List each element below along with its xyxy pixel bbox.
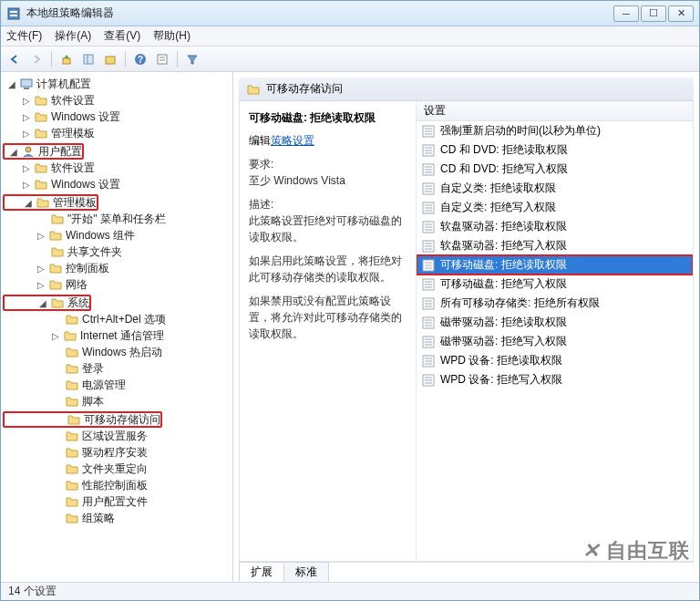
policy-row[interactable]: CD 和 DVD: 拒绝写入权限 — [417, 160, 693, 179]
tree-node-user-software[interactable]: ▷软件设置 — [3, 160, 232, 176]
detail-header: 可移动存储访问 — [239, 78, 694, 101]
tree-node-system-child[interactable]: 组策略 — [3, 510, 232, 526]
policy-row[interactable]: 软盘驱动器: 拒绝读取权限 — [417, 217, 693, 236]
tree-node-system[interactable]: ◢系统 — [3, 295, 91, 311]
collapse-icon[interactable]: ◢ — [37, 297, 48, 308]
policy-icon — [422, 221, 435, 233]
policy-icon — [422, 336, 435, 348]
folder-icon — [65, 361, 79, 376]
menu-help[interactable]: 帮助(H) — [153, 28, 190, 44]
description-p2: 如果禁用或没有配置此策略设置，将允许对此可移动存储类的读取权限。 — [249, 293, 407, 342]
tree-node-system-child[interactable]: ▷Internet 通信管理 — [3, 327, 232, 344]
policy-row[interactable]: CD 和 DVD: 拒绝读取权限 — [417, 140, 693, 160]
expand-icon[interactable]: ▷ — [36, 279, 46, 290]
folder-icon — [48, 277, 63, 292]
nav-back-button[interactable] — [5, 49, 25, 69]
settings-column-header[interactable]: 设置 — [417, 101, 693, 121]
svg-rect-4 — [84, 55, 93, 64]
tree-node-control-panel[interactable]: ▷控制面板 — [3, 260, 232, 276]
folder-icon — [34, 109, 48, 124]
tab-extended[interactable]: 扩展 — [239, 562, 284, 582]
tree-node-system-child[interactable]: 性能控制面板 — [3, 477, 232, 493]
tree-node-system-child[interactable]: Windows 热启动 — [3, 344, 232, 360]
expand-icon[interactable]: ▷ — [50, 330, 61, 341]
tree-node-system-child[interactable]: 登录 — [3, 360, 232, 377]
tree-node-computer-config[interactable]: ◢计算机配置 — [3, 76, 232, 92]
tree-node-system-child[interactable]: 电源管理 — [3, 377, 232, 393]
export-button[interactable] — [100, 49, 120, 69]
tree-node-start-menu[interactable]: "开始" 菜单和任务栏 — [3, 211, 232, 227]
policy-row[interactable]: 自定义类: 拒绝写入权限 — [417, 198, 693, 217]
policy-row[interactable]: 自定义类: 拒绝读取权限 — [417, 179, 693, 198]
show-hide-tree-button[interactable] — [78, 49, 98, 69]
minimize-button[interactable]: ─ — [613, 5, 639, 22]
tree-node-user-admin-templates[interactable]: ◢管理模板 — [3, 194, 98, 211]
tree-node-system-child[interactable]: 脚本 — [3, 393, 232, 409]
expand-icon[interactable]: ▷ — [21, 128, 32, 139]
policy-row[interactable]: 可移动磁盘: 拒绝读取权限 — [417, 255, 693, 275]
tree-node-system-child[interactable]: 文件夹重定向 — [3, 461, 232, 477]
policy-row[interactable]: 磁带驱动器: 拒绝读取权限 — [417, 313, 693, 332]
svg-rect-12 — [21, 79, 32, 87]
policy-row[interactable]: WPD 设备: 拒绝读取权限 — [417, 351, 693, 370]
policy-list[interactable]: 强制重新启动的时间(以秒为单位)CD 和 DVD: 拒绝读取权限CD 和 DVD… — [417, 121, 693, 389]
policy-settings-link[interactable]: 策略设置 — [271, 134, 314, 147]
policy-row[interactable]: 所有可移动存储类: 拒绝所有权限 — [417, 294, 693, 313]
policy-label: 可移动磁盘: 拒绝读取权限 — [440, 257, 567, 273]
policy-row[interactable]: WPD 设备: 拒绝写入权限 — [417, 370, 693, 389]
tree-node-system-child[interactable]: 可移动存储访问 — [3, 411, 162, 428]
tree-node-admin-templates[interactable]: ▷管理模板 — [3, 125, 232, 141]
svg-rect-2 — [10, 15, 17, 16]
tree-node-system-child[interactable]: Ctrl+Alt+Del 选项 — [3, 311, 232, 327]
close-button[interactable]: ✕ — [668, 5, 694, 22]
policy-icon — [422, 163, 435, 176]
nav-forward-button[interactable] — [26, 49, 46, 69]
tree-node-network[interactable]: ▷网络 — [3, 276, 232, 293]
statusbar: 14 个设置 — [1, 582, 699, 600]
policy-row[interactable]: 可移动磁盘: 拒绝写入权限 — [417, 275, 693, 294]
menu-view[interactable]: 查看(V) — [104, 28, 140, 44]
tree-node-shared-folders[interactable]: 共享文件夹 — [3, 244, 232, 260]
expand-icon[interactable]: ▷ — [36, 230, 46, 241]
properties-button[interactable] — [152, 49, 172, 69]
menu-file[interactable]: 文件(F) — [6, 28, 42, 44]
detail-body: 可移动磁盘: 拒绝读取权限 编辑策略设置 要求:至少 Windows Vista… — [239, 101, 694, 562]
expand-icon[interactable]: ▷ — [21, 162, 32, 173]
toolbar-separator — [177, 51, 178, 67]
help-button[interactable]: ? — [130, 49, 150, 69]
expand-icon[interactable]: ▷ — [21, 111, 32, 122]
folder-icon — [65, 429, 79, 443]
folder-icon — [48, 228, 63, 243]
description-value: 此策略设置拒绝对可移动磁盘的读取权限。 — [249, 214, 402, 244]
expand-icon[interactable]: ▷ — [21, 95, 32, 106]
folder-icon — [63, 328, 77, 343]
expand-icon[interactable]: ▷ — [36, 263, 46, 274]
tree-pane[interactable]: ◢计算机配置 ▷软件设置 ▷Windows 设置 ▷管理模板 ◢用户配置 ▷软件… — [1, 72, 233, 582]
up-button[interactable] — [57, 49, 77, 69]
tree-node-windows-settings[interactable]: ▷Windows 设置 — [3, 109, 232, 125]
tree-node-user-windows[interactable]: ▷Windows 设置 — [3, 176, 232, 192]
collapse-icon[interactable]: ◢ — [8, 146, 19, 157]
menu-action[interactable]: 操作(A) — [55, 28, 91, 44]
policy-row[interactable]: 磁带驱动器: 拒绝写入权限 — [417, 332, 693, 351]
tree-node-user-config[interactable]: ◢用户配置 — [3, 143, 84, 160]
policy-label: WPD 设备: 拒绝读取权限 — [440, 353, 562, 368]
policy-row[interactable]: 强制重新启动的时间(以秒为单位) — [417, 121, 693, 140]
tree-node-windows-components[interactable]: ▷Windows 组件 — [3, 227, 232, 244]
maximize-button[interactable]: ☐ — [641, 5, 666, 22]
collapse-icon[interactable]: ◢ — [23, 197, 34, 208]
policy-icon — [422, 182, 435, 195]
folder-icon — [65, 394, 79, 409]
tree-node-system-child[interactable]: 用户配置文件 — [3, 493, 232, 510]
policy-row[interactable]: 软盘驱动器: 拒绝写入权限 — [417, 236, 693, 255]
tree-node-system-child[interactable]: 区域设置服务 — [3, 428, 232, 444]
expand-icon[interactable]: ▷ — [21, 179, 32, 190]
policy-label: 磁带驱动器: 拒绝写入权限 — [440, 334, 567, 349]
collapse-icon[interactable]: ◢ — [6, 78, 17, 89]
tab-standard[interactable]: 标准 — [283, 562, 329, 582]
tree-node-software-settings[interactable]: ▷软件设置 — [3, 92, 232, 109]
svg-rect-1 — [10, 11, 17, 13]
tree-node-system-child[interactable]: 驱动程序安装 — [3, 444, 232, 461]
filter-button[interactable] — [182, 49, 202, 69]
window-buttons: ─ ☐ ✕ — [613, 5, 694, 22]
